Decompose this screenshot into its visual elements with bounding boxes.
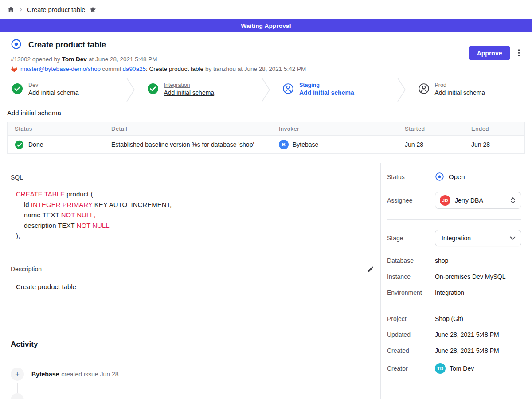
stage-label: Stage [387,235,435,242]
status-banner: Waiting Approval [0,19,532,32]
instance-value: On-premises Dev MySQL [435,273,505,280]
task-invoker: Bytebase [293,141,318,148]
environment-label: Environment [387,289,435,296]
divider [7,356,374,356]
task-table-header: Status Detail Invoker Started Ended [8,122,524,136]
bytebase-avatar: B [279,140,289,149]
breadcrumb: Create product table [0,0,532,19]
stage-env-label: Prod [435,82,485,89]
sidebar-row-status: Status Open [387,172,521,181]
stage-env-label: Integration [164,82,215,89]
task-section: Add initial schema Status Detail Invoker… [0,101,532,163]
stage-chevron-icon [397,78,407,102]
sidebar-row-creator: Creator TD Tom Dev [387,363,521,374]
pipeline: DevAdd initial schema IntegrationAdd ini… [0,78,532,101]
sidebar-row-database: Database shop [387,257,521,264]
commit-hash-link[interactable]: da90a25 [123,66,146,72]
column-ended: Ended [471,125,517,132]
column-started: Started [405,125,471,132]
project-value: Shop (Git) [435,315,463,322]
commit-byline: by tianzhou at June 28, 2021 5:42 PM [205,66,306,72]
description-label: Description [11,266,42,273]
gitlab-icon [11,66,18,72]
status-label: Status [387,173,435,180]
assignee-value: Jerry DBA [455,197,506,204]
status-value: Open [449,173,465,180]
commit-message: : Create product table [146,66,203,72]
home-icon[interactable] [7,6,15,13]
issue-meta-prefix: #13002 opened by [11,56,60,63]
page-title: Create product table [28,40,106,50]
more-actions-icon[interactable] [516,46,522,60]
assignee-avatar: JD [440,195,450,206]
creator-label: Creator [387,365,435,372]
branch-link[interactable]: master@bytebase-demo/shop [20,66,101,72]
assignee-label: Assignee [387,197,435,204]
creator-avatar: TD [435,363,446,374]
task-section-title: Add initial schema [7,106,525,122]
stage-task-label: Add initial schema [28,89,79,97]
divider [387,219,521,220]
created-label: Created [387,347,435,354]
updown-chevron-icon [510,197,516,204]
description-text: Create product table [16,283,374,290]
divider [7,259,374,259]
approve-button[interactable]: Approve [469,46,510,60]
stage-env-label: Staging [299,82,354,89]
task-started: Jun 28 [405,141,471,148]
updated-value: June 28, 2021 5:48 PM [435,331,499,338]
star-icon[interactable] [89,6,97,13]
plus-icon: + [11,368,24,381]
issue-sidebar: Status Open Assignee JD Jerry DBA Stage … [380,163,532,399]
sidebar-row-assignee: Assignee JD Jerry DBA [387,192,521,209]
commit-row: master@bytebase-demo/shop commit da90a25… [11,66,469,72]
instance-label: Instance [387,273,435,280]
edit-pencil-icon[interactable] [367,266,374,273]
issue-open-icon [11,39,22,51]
commit-word: commit [102,66,121,72]
stage-dev[interactable]: DevAdd initial schema [0,78,126,101]
sql-label: SQL [11,174,374,181]
done-icon [15,140,24,149]
sidebar-row-project: Project Shop (Git) [387,315,521,322]
stage-staging[interactable]: StagingAdd initial schema [271,78,397,101]
created-value: June 28, 2021 5:48 PM [435,347,499,354]
task-ended: Jun 28 [471,141,517,148]
issue-header: Create product table #13002 opened by To… [0,32,532,78]
sidebar-row-instance: Instance On-premises Dev MySQL [387,273,521,280]
database-label: Database [387,257,435,264]
activity-action: created issue Jun 28 [61,371,118,378]
sidebar-row-stage: Stage Integration [387,230,521,246]
status-banner-text: Waiting Approval [241,23,291,29]
table-row[interactable]: Done Established baseline version %s for… [8,136,524,153]
timeline-connector [17,383,18,393]
activity-item: + Bytebasecreated issue Jun 28 [11,368,374,381]
task-status: Done [28,141,43,148]
stage-integration[interactable]: IntegrationAdd initial schema [136,78,262,101]
activity-actor: Bytebase [31,371,59,378]
timeline-next-node [11,393,24,399]
stage-env-label: Dev [28,82,79,89]
column-status: Status [15,125,111,132]
stage-select[interactable]: Integration [435,230,521,246]
assignee-select[interactable]: JD Jerry DBA [435,192,521,209]
issue-meta: #13002 opened by Tom Dev at June 28, 202… [11,56,469,63]
stage-prod[interactable]: ProdAdd initial schema [407,78,532,101]
stage-chevron-icon [126,78,136,102]
stage-chevron-icon [261,78,271,102]
breadcrumb-separator-icon [19,6,23,14]
stage-done-icon [12,83,23,96]
breadcrumb-current[interactable]: Create product table [27,6,85,13]
stage-task-label: Add initial schema [435,89,485,97]
database-value: shop [435,257,448,264]
project-label: Project [387,315,435,322]
main-content: SQL CREATE TABLE product (id INTEGER PRI… [0,163,380,399]
issue-author: Tom Dev [62,56,87,63]
chevron-down-icon [510,236,516,240]
sidebar-row-created: Created June 28, 2021 5:48 PM [387,347,521,354]
divider [387,305,521,305]
updated-label: Updated [387,331,435,338]
creator-value: Tom Dev [450,365,474,372]
sql-code: CREATE TABLE product (id INTEGER PRIMARY… [16,189,374,241]
stage-pending-approval-icon [418,83,430,96]
